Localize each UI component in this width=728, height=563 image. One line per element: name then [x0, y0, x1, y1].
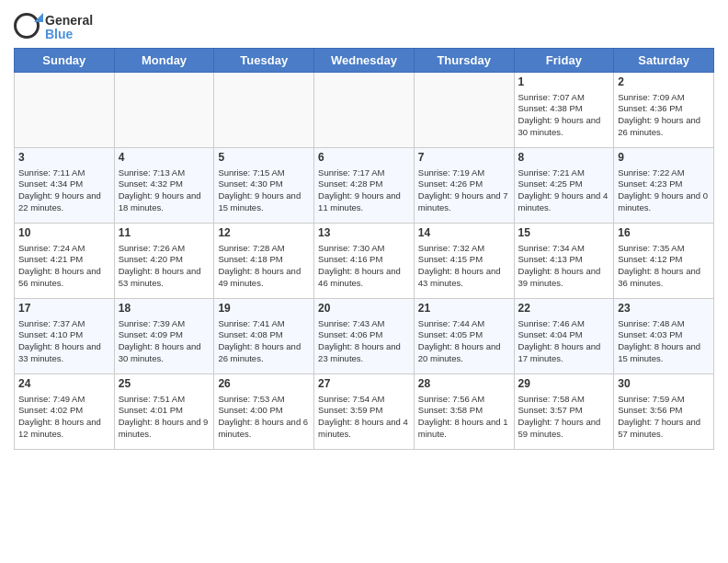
page: General Blue SundayMondayTuesdayWednesda… — [0, 0, 728, 563]
day-info: Sunrise: 7:35 AM Sunset: 4:12 PM Dayligh… — [618, 243, 710, 290]
day-number: 1 — [518, 75, 610, 90]
day-info: Sunrise: 7:28 AM Sunset: 4:18 PM Dayligh… — [218, 243, 310, 290]
calendar-cell: 14Sunrise: 7:32 AM Sunset: 4:15 PM Dayli… — [414, 224, 514, 299]
weekday-header-sunday: Sunday — [15, 49, 115, 73]
header-area: General Blue — [14, 9, 714, 42]
logo-container: General Blue — [14, 13, 93, 42]
day-number: 29 — [518, 377, 610, 392]
day-info: Sunrise: 7:24 AM Sunset: 4:21 PM Dayligh… — [18, 243, 110, 290]
day-number: 5 — [218, 151, 310, 166]
calendar-cell: 28Sunrise: 7:56 AM Sunset: 3:58 PM Dayli… — [414, 374, 514, 450]
calendar-cell: 13Sunrise: 7:30 AM Sunset: 4:16 PM Dayli… — [314, 224, 415, 299]
logo: General Blue — [14, 13, 93, 42]
day-info: Sunrise: 7:53 AM Sunset: 4:00 PM Dayligh… — [218, 394, 310, 441]
calendar-cell — [114, 73, 214, 148]
day-info: Sunrise: 7:13 AM Sunset: 4:32 PM Dayligh… — [119, 167, 210, 214]
day-info: Sunrise: 7:15 AM Sunset: 4:30 PM Dayligh… — [218, 167, 310, 214]
day-number: 7 — [418, 151, 510, 166]
day-info: Sunrise: 7:58 AM Sunset: 3:57 PM Dayligh… — [518, 394, 610, 441]
day-info: Sunrise: 7:07 AM Sunset: 4:38 PM Dayligh… — [518, 92, 610, 139]
calendar-cell — [314, 73, 415, 148]
day-number: 11 — [119, 226, 210, 241]
calendar-cell: 26Sunrise: 7:53 AM Sunset: 4:00 PM Dayli… — [214, 374, 314, 450]
calendar-cell: 12Sunrise: 7:28 AM Sunset: 4:18 PM Dayli… — [214, 224, 314, 299]
day-number: 13 — [318, 226, 410, 241]
calendar-cell: 19Sunrise: 7:41 AM Sunset: 4:08 PM Dayli… — [214, 299, 314, 374]
day-number: 8 — [518, 151, 610, 166]
day-number: 22 — [518, 302, 610, 316]
day-info: Sunrise: 7:37 AM Sunset: 4:10 PM Dayligh… — [18, 318, 110, 365]
day-info: Sunrise: 7:34 AM Sunset: 4:13 PM Dayligh… — [518, 243, 610, 290]
day-info: Sunrise: 7:30 AM Sunset: 4:16 PM Dayligh… — [318, 243, 410, 290]
day-number: 4 — [119, 151, 210, 166]
day-info: Sunrise: 7:48 AM Sunset: 4:03 PM Dayligh… — [618, 318, 710, 365]
day-number: 15 — [518, 226, 610, 241]
calendar-cell: 15Sunrise: 7:34 AM Sunset: 4:13 PM Dayli… — [514, 224, 614, 299]
day-number: 16 — [618, 226, 710, 241]
calendar-cell: 22Sunrise: 7:46 AM Sunset: 4:04 PM Dayli… — [514, 299, 614, 374]
logo-blue: Blue — [45, 28, 93, 41]
calendar-cell: 17Sunrise: 7:37 AM Sunset: 4:10 PM Dayli… — [15, 299, 115, 374]
calendar-week-4: 17Sunrise: 7:37 AM Sunset: 4:10 PM Dayli… — [15, 299, 714, 374]
day-number: 27 — [318, 377, 410, 392]
calendar-cell — [414, 73, 514, 148]
day-info: Sunrise: 7:46 AM Sunset: 4:04 PM Dayligh… — [518, 318, 610, 365]
day-info: Sunrise: 7:11 AM Sunset: 4:34 PM Dayligh… — [18, 167, 110, 214]
logo-graphic — [14, 13, 43, 42]
day-info: Sunrise: 7:54 AM Sunset: 3:59 PM Dayligh… — [318, 394, 410, 441]
day-number: 12 — [218, 226, 310, 241]
calendar-cell — [15, 73, 115, 148]
day-info: Sunrise: 7:19 AM Sunset: 4:26 PM Dayligh… — [418, 167, 510, 214]
day-number: 23 — [618, 302, 710, 316]
day-number: 14 — [418, 226, 510, 241]
day-number: 24 — [18, 377, 110, 392]
calendar-week-1: 1Sunrise: 7:07 AM Sunset: 4:38 PM Daylig… — [15, 73, 714, 148]
day-number: 10 — [18, 226, 110, 241]
day-number: 20 — [318, 302, 410, 316]
calendar-cell: 30Sunrise: 7:59 AM Sunset: 3:56 PM Dayli… — [614, 374, 714, 450]
day-number: 19 — [218, 302, 310, 316]
calendar-cell: 21Sunrise: 7:44 AM Sunset: 4:05 PM Dayli… — [414, 299, 514, 374]
calendar-cell: 1Sunrise: 7:07 AM Sunset: 4:38 PM Daylig… — [514, 73, 614, 148]
day-info: Sunrise: 7:39 AM Sunset: 4:09 PM Dayligh… — [119, 318, 210, 365]
calendar-cell: 11Sunrise: 7:26 AM Sunset: 4:20 PM Dayli… — [114, 224, 214, 299]
day-number: 18 — [119, 302, 210, 316]
calendar-cell: 27Sunrise: 7:54 AM Sunset: 3:59 PM Dayli… — [314, 374, 415, 450]
weekday-header-tuesday: Tuesday — [214, 49, 314, 73]
calendar-cell: 29Sunrise: 7:58 AM Sunset: 3:57 PM Dayli… — [514, 374, 614, 450]
day-info: Sunrise: 7:41 AM Sunset: 4:08 PM Dayligh… — [218, 318, 310, 365]
calendar-cell: 10Sunrise: 7:24 AM Sunset: 4:21 PM Dayli… — [15, 224, 115, 299]
calendar-cell: 9Sunrise: 7:22 AM Sunset: 4:23 PM Daylig… — [614, 148, 714, 224]
day-number: 17 — [18, 302, 110, 316]
calendar-cell: 4Sunrise: 7:13 AM Sunset: 4:32 PM Daylig… — [114, 148, 214, 224]
day-number: 9 — [618, 151, 710, 166]
day-info: Sunrise: 7:32 AM Sunset: 4:15 PM Dayligh… — [418, 243, 510, 290]
weekday-header-monday: Monday — [114, 49, 214, 73]
calendar-week-5: 24Sunrise: 7:49 AM Sunset: 4:02 PM Dayli… — [15, 374, 714, 450]
day-info: Sunrise: 7:51 AM Sunset: 4:01 PM Dayligh… — [119, 394, 210, 441]
day-number: 3 — [18, 151, 110, 166]
day-number: 26 — [218, 377, 310, 392]
weekday-header-thursday: Thursday — [414, 49, 514, 73]
calendar-cell: 25Sunrise: 7:51 AM Sunset: 4:01 PM Dayli… — [114, 374, 214, 450]
calendar-header-row: SundayMondayTuesdayWednesdayThursdayFrid… — [15, 49, 714, 73]
calendar-cell: 20Sunrise: 7:43 AM Sunset: 4:06 PM Dayli… — [314, 299, 415, 374]
day-number: 25 — [119, 377, 210, 392]
day-info: Sunrise: 7:44 AM Sunset: 4:05 PM Dayligh… — [418, 318, 510, 365]
day-info: Sunrise: 7:26 AM Sunset: 4:20 PM Dayligh… — [119, 243, 210, 290]
calendar-cell: 3Sunrise: 7:11 AM Sunset: 4:34 PM Daylig… — [15, 148, 115, 224]
calendar-week-2: 3Sunrise: 7:11 AM Sunset: 4:34 PM Daylig… — [15, 148, 714, 224]
day-info: Sunrise: 7:49 AM Sunset: 4:02 PM Dayligh… — [18, 394, 110, 441]
calendar-cell: 5Sunrise: 7:15 AM Sunset: 4:30 PM Daylig… — [214, 148, 314, 224]
day-info: Sunrise: 7:17 AM Sunset: 4:28 PM Dayligh… — [318, 167, 410, 214]
calendar-cell: 6Sunrise: 7:17 AM Sunset: 4:28 PM Daylig… — [314, 148, 415, 224]
day-info: Sunrise: 7:21 AM Sunset: 4:25 PM Dayligh… — [518, 167, 610, 214]
weekday-header-friday: Friday — [514, 49, 614, 73]
calendar-cell: 16Sunrise: 7:35 AM Sunset: 4:12 PM Dayli… — [614, 224, 714, 299]
day-info: Sunrise: 7:22 AM Sunset: 4:23 PM Dayligh… — [618, 167, 710, 214]
calendar-cell: 7Sunrise: 7:19 AM Sunset: 4:26 PM Daylig… — [414, 148, 514, 224]
day-info: Sunrise: 7:43 AM Sunset: 4:06 PM Dayligh… — [318, 318, 410, 365]
day-number: 28 — [418, 377, 510, 392]
calendar-cell: 18Sunrise: 7:39 AM Sunset: 4:09 PM Dayli… — [114, 299, 214, 374]
day-info: Sunrise: 7:09 AM Sunset: 4:36 PM Dayligh… — [618, 92, 710, 139]
